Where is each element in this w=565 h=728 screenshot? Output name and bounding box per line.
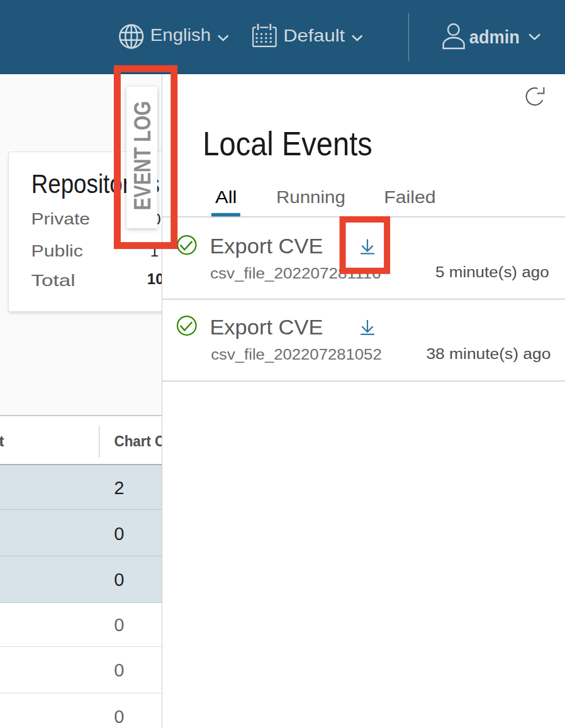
svg-text:5 minute(s) ago: 5 minute(s) ago [435, 264, 549, 280]
svg-text:Running: Running [276, 187, 345, 207]
svg-text:English: English [150, 26, 211, 45]
svg-text:Export CVE: Export CVE [210, 316, 323, 339]
svg-text:Default: Default [283, 26, 345, 45]
svg-text:csv_file_202207281052: csv_file_202207281052 [211, 346, 382, 363]
svg-text:admin: admin [469, 27, 520, 47]
svg-text:Failed: Failed [384, 187, 436, 207]
svg-text:EVENT LOG: EVENT LOG [130, 101, 155, 211]
svg-text:Export CVE: Export CVE [210, 234, 323, 258]
svg-text:Local Events: Local Events [203, 124, 372, 162]
svg-text:38 minute(s) ago: 38 minute(s) ago [426, 346, 551, 362]
svg-text:All: All [215, 187, 237, 207]
